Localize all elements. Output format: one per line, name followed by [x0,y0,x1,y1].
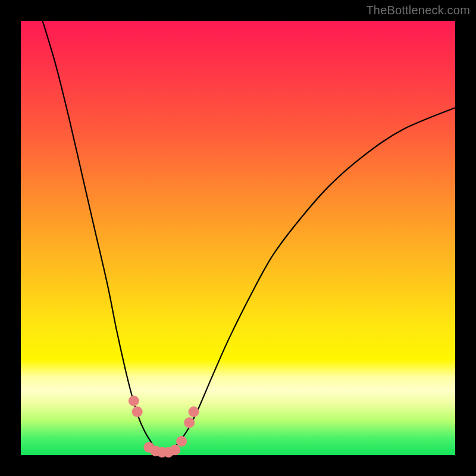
plot-area [21,21,455,455]
curves-svg [21,21,455,455]
marker-dot [176,436,187,447]
marker-dot [189,406,199,417]
marker-dot [170,444,180,455]
chart-frame: TheBottleneck.com [0,0,476,476]
left-curve [43,21,160,453]
marker-dot [132,406,143,417]
watermark-text: TheBottleneck.com [366,4,470,17]
markers-group [129,396,199,458]
marker-dot [184,417,195,428]
marker-dot [129,396,139,406]
right-curve [168,108,455,453]
